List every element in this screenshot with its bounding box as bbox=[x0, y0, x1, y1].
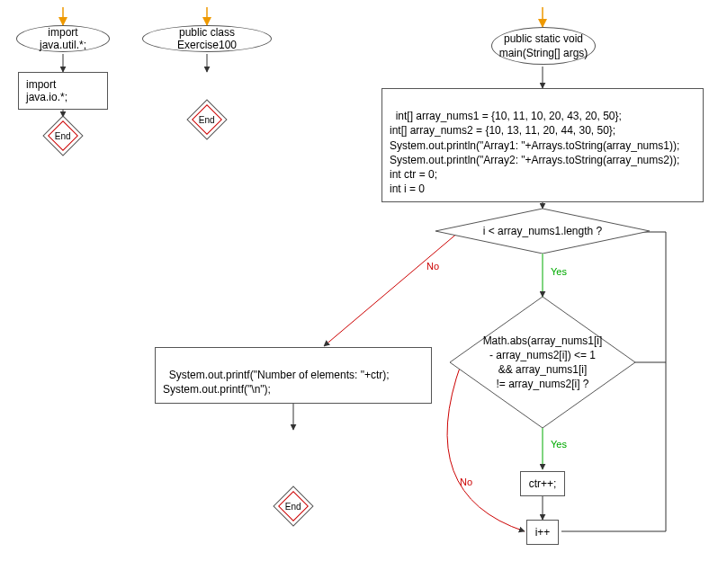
init-block-text: int[] array_nums1 = {10, 11, 10, 20, 43,… bbox=[390, 110, 679, 195]
end-diamond-1-text: End bbox=[49, 131, 76, 141]
class-decl-ellipse: public class Exercise100 bbox=[142, 25, 272, 52]
end-diamond-2: End bbox=[186, 99, 227, 139]
end-diamond-2-text: End bbox=[193, 115, 220, 125]
print-block-rect: System.out.printf("Number of elements: "… bbox=[155, 347, 432, 404]
loop-cond-diamond: i < array_nums1.length ? bbox=[435, 209, 650, 254]
main-decl-text: public static void main(String[] args) bbox=[499, 31, 588, 60]
print-block-text: System.out.printf("Number of elements: "… bbox=[163, 369, 390, 396]
loop-no-label: No bbox=[426, 261, 439, 272]
import-java-util-text: import java.util.*; bbox=[26, 26, 100, 51]
i-inc-text: i++ bbox=[535, 526, 551, 539]
if-cond-diamond: Math.abs(array_nums1[i] - array_nums2[i]… bbox=[450, 297, 635, 428]
loop-cond-text: i < array_nums1.length ? bbox=[483, 225, 602, 237]
ctr-inc-rect: ctr++; bbox=[520, 471, 565, 496]
import-java-util-ellipse: import java.util.*; bbox=[16, 25, 110, 52]
ctr-inc-text: ctr++; bbox=[529, 477, 557, 490]
main-decl-ellipse: public static void main(String[] args) bbox=[491, 27, 596, 65]
loop-yes-label: Yes bbox=[551, 266, 567, 277]
class-decl-text: public class Exercise100 bbox=[152, 26, 262, 51]
if-cond-text: Math.abs(array_nums1[i] - array_nums2[i]… bbox=[483, 334, 603, 392]
init-block-rect: int[] array_nums1 = {10, 11, 10, 20, 43,… bbox=[381, 88, 704, 202]
end-diamond-1: End bbox=[42, 115, 83, 156]
if-yes-label: Yes bbox=[551, 439, 567, 450]
i-inc-rect: i++ bbox=[526, 520, 559, 545]
end-diamond-3-text: End bbox=[280, 502, 307, 512]
import-java-io-text: import java.io.*; bbox=[26, 78, 67, 103]
end-diamond-3: End bbox=[273, 486, 313, 526]
if-no-label: No bbox=[460, 477, 472, 487]
import-java-io-rect: import java.io.*; bbox=[18, 72, 108, 110]
